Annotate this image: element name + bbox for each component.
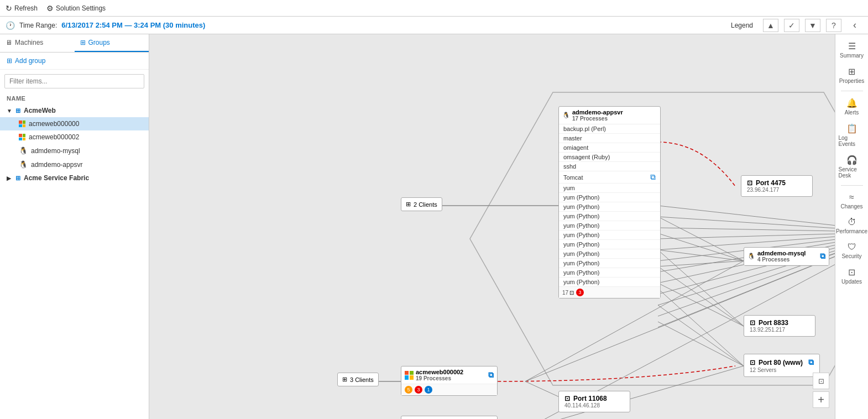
tab-machines-label: Machines [15, 39, 43, 46]
tree-label-acmeweb000000: acmeweb000000 [29, 120, 79, 128]
zoom-fit-button[interactable]: ⊡ [813, 373, 829, 389]
properties-icon: ⊞ [848, 66, 855, 77]
port-4475-label: Port 4475 [756, 179, 786, 187]
port-11068[interactable]: ⊡ Port 11068 40.114.46.128 [558, 391, 630, 412]
tree-item-admdemo-appsvr[interactable]: 🐧 admdemo-appsvr [0, 158, 149, 171]
badge-yellow-5: 5 [405, 386, 412, 394]
alerts-button[interactable]: 🔔 Alerts [836, 95, 867, 119]
svg-line-13 [658, 217, 744, 261]
port-80-header: ⊡ Port 80 (www) ⧉ [750, 358, 814, 367]
tree-label-acmeweb: AcmeWeb [24, 107, 56, 114]
legend-button[interactable]: Legend [731, 22, 753, 29]
map-area[interactable]: ⊞ 2 Clients 🐧 admdemo-appsvr 17 Processe… [149, 34, 835, 419]
service-desk-button[interactable]: 🎧 Service Desk [836, 151, 867, 182]
badge-alert-3: 3 [576, 289, 584, 296]
svg-line-4 [658, 232, 835, 239]
node-appsvr[interactable]: 🐧 admdemo-appsvr 17 Processes backup.pl … [558, 106, 661, 298]
updates-button[interactable]: ⊡ Updates [836, 264, 867, 288]
toolbar: ↻ Refresh ⚙ Solution Settings [0, 0, 868, 17]
solution-settings-button[interactable]: ⚙ Solution Settings [46, 4, 106, 13]
svg-line-10 [658, 232, 835, 305]
node-appsvr-header: 🐧 admdemo-appsvr 17 Processes [559, 107, 660, 124]
chevron-left-button[interactable]: ‹ [847, 19, 862, 32]
port-11068-header: ⊡ Port 11068 [564, 395, 624, 402]
node-mysql[interactable]: 🐧 admdemo-mysql 4 Processes ⧉ [744, 247, 829, 266]
log-events-button[interactable]: 📋 Log Events [836, 120, 867, 150]
alerts-icon: 🔔 [846, 98, 857, 108]
process-row-yum6: yum (Python) [559, 231, 660, 240]
node-appsvr-footer: 17⊡ 3 [559, 287, 660, 298]
svg-line-11 [658, 232, 835, 316]
client-label-3a: 3 Clients [350, 376, 374, 383]
client-label-2: 2 Clients [414, 201, 437, 208]
svg-line-15 [658, 250, 744, 261]
collapse-button[interactable]: ▲ [763, 19, 778, 32]
badge-blue-1: 1 [425, 386, 432, 394]
node-mysql-header: 🐧 admdemo-mysql 4 Processes ⧉ [744, 248, 829, 265]
linux-icon-mysql: 🐧 [747, 253, 755, 260]
add-group-icon: ⊞ [7, 57, 12, 65]
linux-icon-node: 🐧 [562, 112, 570, 119]
add-group-label: Add group [15, 57, 45, 65]
filter-button[interactable]: ▼ [805, 19, 820, 32]
sidebar: 🖥 Machines ⊞ Groups ⊞ Add group NAME ▼ ⊞… [0, 34, 149, 419]
tree-item-acmeweb[interactable]: ▼ ⊞ AcmeWeb [0, 104, 149, 117]
node-acmeweb000002[interactable]: acmeweb000002 19 Processes ⧉ 5 3 1 [401, 366, 498, 396]
tab-machines[interactable]: 🖥 Machines [0, 34, 75, 52]
zoom-plus-button[interactable]: + [813, 391, 829, 408]
monitor-icon: 🖥 [6, 39, 12, 46]
add-group-button[interactable]: ⊞ Add group [0, 53, 149, 70]
check-button[interactable]: ✓ [784, 19, 799, 32]
port-80-link-icon: ⧉ [808, 358, 814, 367]
tab-groups[interactable]: ⊞ Groups [75, 34, 149, 52]
changes-icon: ≈ [849, 192, 854, 202]
linux-icon: 🐧 [19, 146, 28, 155]
port-4475[interactable]: ⊡ Port 4475 23.96.24.177 [741, 175, 813, 197]
svg-line-12 [658, 232, 835, 327]
process-row-5: sshd [559, 162, 660, 171]
node-mysql-processes: 4 Processes [757, 256, 806, 263]
svg-line-16 [658, 261, 744, 266]
tree-item-acmeweb000002[interactable]: acmeweb000002 [0, 130, 149, 144]
port-4475-header: ⊡ Port 4475 [747, 179, 807, 187]
svg-line-14 [658, 233, 744, 261]
port-80-label: Port 80 (www) [759, 359, 803, 366]
port-80[interactable]: ⊡ Port 80 (www) ⧉ 12 Servers [744, 354, 820, 377]
tree-item-acme-service-fabric[interactable]: ▶ ⊞ Acme Service Fabric [0, 171, 149, 185]
process-row-2: master [559, 134, 660, 143]
security-button[interactable]: 🛡 Security [836, 239, 867, 263]
updates-icon: ⊡ [848, 267, 855, 277]
node-appsvr-processes: 17 Processes [572, 116, 623, 122]
tree-label-admdemo-mysql: admdemo-mysql [31, 147, 80, 155]
svg-line-20 [658, 289, 744, 366]
process-row-yum10: yum (Python) [559, 268, 660, 277]
main-layout: 🖥 Machines ⊞ Groups ⊞ Add group NAME ▼ ⊞… [0, 34, 868, 419]
process-row-yum1: yum [559, 184, 660, 193]
node-appsvr-title: admdemo-appsvr [572, 109, 623, 116]
tree-item-admdemo-mysql[interactable]: 🐧 admdemo-mysql [0, 144, 149, 158]
process-row-yum4: yum (Python) [559, 212, 660, 221]
summary-button[interactable]: ☰ Summary [836, 38, 867, 62]
changes-button[interactable]: ≈ Changes [836, 189, 867, 213]
client-box-2: ⊞ 2 Clients [401, 197, 442, 211]
process-row-yum7: yum (Python) [559, 240, 660, 249]
time-range-value: 6/13/2017 2:54 PM — 3:24 PM (30 minutes) [61, 21, 205, 29]
properties-button[interactable]: ⊞ Properties [836, 63, 867, 87]
port-8833-icon: ⊡ [750, 319, 755, 327]
monitor-icon-sm: ⊡ [569, 290, 574, 296]
refresh-button[interactable]: ↻ Refresh [6, 4, 38, 13]
group-icon: ⊞ [80, 39, 86, 46]
tree-item-acmeweb000000[interactable]: acmeweb000000 [0, 117, 149, 130]
right-divider-1 [841, 91, 863, 91]
help-button[interactable]: ? [826, 19, 841, 32]
node-acmeweb000000[interactable]: acmeweb000000 17 Processes ⧉ [401, 416, 498, 419]
performance-button[interactable]: ⏱ Performance [836, 214, 867, 238]
process-row-3: omiagent [559, 143, 660, 153]
port-8833[interactable]: ⊡ Port 8833 13.92.251.217 [744, 315, 815, 337]
filter-input[interactable] [4, 74, 144, 88]
performance-icon: ⏱ [848, 217, 856, 227]
refresh-icon: ↻ [6, 4, 12, 13]
process-row-yum3: yum (Python) [559, 202, 660, 212]
svg-line-22 [658, 322, 744, 366]
group-icon-fabric: ⊞ [15, 175, 20, 182]
